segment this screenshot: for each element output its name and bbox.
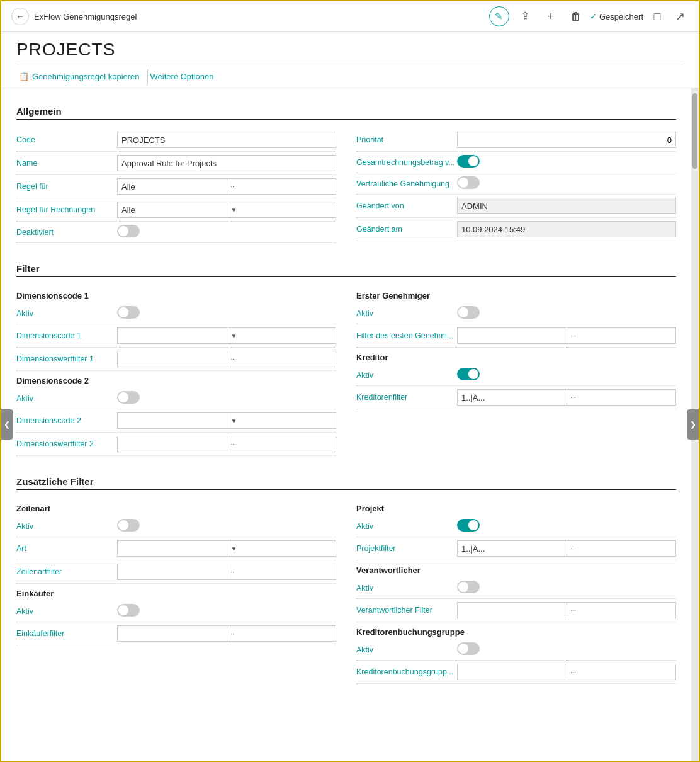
kredbuchgruppe-aktiv-toggle[interactable] xyxy=(457,642,480,655)
allgemein-form-grid: Code Name Regel für xyxy=(16,128,676,243)
name-input[interactable] xyxy=(117,155,336,171)
einkaeufer-filter-row: Einkäuferfilter ··· xyxy=(16,622,336,645)
zeilenart-filter-row: Zeilenartfilter ··· xyxy=(16,560,336,584)
kreditor-filter-row: Kreditorenfilter 1..|A... ··· xyxy=(356,386,676,409)
page-title-area: PROJECTS xyxy=(1,32,699,65)
geaendert-am-value-container xyxy=(457,221,676,237)
erster-gen-title: Erster Genehmiger xyxy=(356,286,676,303)
tab-copy-rule[interactable]: 📋 Genehmigungsregel kopieren xyxy=(16,69,148,84)
regel-fuer-dots[interactable]: ··· xyxy=(227,179,336,194)
vertrauliche-toggle[interactable] xyxy=(457,176,480,189)
geaendert-am-input xyxy=(457,221,676,237)
dim1-wertfilter-lookup[interactable]: ··· xyxy=(117,351,336,367)
edit-button[interactable]: ✎ xyxy=(489,6,509,26)
share-button[interactable]: ⇪ xyxy=(517,8,534,25)
saved-status: ✓ Gespeichert xyxy=(590,12,643,21)
zeilenart-aktiv-label: Aktiv xyxy=(16,522,117,531)
zeilenart-art-row: Art ▼ xyxy=(16,537,336,560)
filter-left: Dimensionscode 1 Aktiv Dimensionscode 1 xyxy=(16,286,336,456)
dropdown-arrow-icon: ▼ xyxy=(227,202,336,217)
verantwortlicher-title: Verantwortlicher xyxy=(356,560,676,577)
zeilenart-filter-label: Zeilenartfilter xyxy=(16,567,117,576)
einkaeufer-aktiv-label: Aktiv xyxy=(16,607,117,616)
prioritaet-row: Priorität xyxy=(356,128,676,152)
fullscreen-button[interactable]: □ xyxy=(648,8,666,25)
erster-gen-filter-dots-icon[interactable]: ··· xyxy=(567,328,676,343)
dim1-wertfilter-label: Dimensionswertfilter 1 xyxy=(16,355,117,363)
verantwortlicher-filter-row: Verantwortlicher Filter ··· xyxy=(356,599,676,622)
zeilenart-filter-dots-icon[interactable]: ··· xyxy=(227,564,336,579)
geaendert-von-value-container xyxy=(457,198,676,214)
deaktiviert-row: Deaktiviert xyxy=(16,222,336,243)
dim2-wertfilter-lookup[interactable]: ··· xyxy=(117,436,336,452)
regel-fuer-value-container: Alle ··· xyxy=(117,178,336,195)
verantwortlicher-aktiv-toggle[interactable] xyxy=(457,581,480,593)
dim2-dropdown-arrow-icon: ▼ xyxy=(227,413,336,428)
dim1-code-row: Dimensionscode 1 ▼ xyxy=(16,324,336,348)
dim2-wertfilter-dots-icon[interactable]: ··· xyxy=(227,436,336,452)
projekt-aktiv-toggle[interactable] xyxy=(457,519,480,532)
zeilenart-dropdown-arrow-icon: ▼ xyxy=(227,541,336,556)
kreditor-filter-dots-icon[interactable]: ··· xyxy=(567,390,676,405)
deaktiviert-toggle[interactable] xyxy=(117,225,140,237)
projekt-filter-lookup[interactable]: 1..|A... ··· xyxy=(457,540,676,557)
kreditorbuchungsgruppe-title: Kreditorenbuchungsgruppe xyxy=(356,622,676,639)
code-label: Code xyxy=(16,135,117,144)
zeilenart-filter-lookup[interactable]: ··· xyxy=(117,564,336,580)
verantwortlicher-filter-lookup[interactable]: ··· xyxy=(457,602,676,618)
kredbuchgruppe-filter-dots-icon[interactable]: ··· xyxy=(567,664,676,680)
kredbuchgruppe-filter-lookup[interactable]: ··· xyxy=(457,664,676,680)
allgemein-left: Code Name Regel für xyxy=(16,128,336,243)
top-bar: ← ExFlow Genehmigungsregel ✎ ⇪ + 🗑 ✓ Ges… xyxy=(1,1,699,32)
gesamtrechnungsbetrag-toggle[interactable] xyxy=(457,155,480,168)
collapse-button[interactable]: ↗ xyxy=(671,8,689,25)
dim1-code-select[interactable]: ▼ xyxy=(117,327,336,344)
name-value-container xyxy=(117,155,336,171)
dim1-wertfilter-dots-icon[interactable]: ··· xyxy=(227,351,336,367)
section-allgemein-title: Allgemein xyxy=(16,106,676,117)
einkaeufer-filter-dots-icon[interactable]: ··· xyxy=(227,626,336,641)
kreditor-aktiv-label: Aktiv xyxy=(356,371,457,380)
vertrauliche-toggle-container xyxy=(457,176,676,191)
verantwortlicher-aktiv-row: Aktiv xyxy=(356,577,676,599)
scroll-area[interactable]: Allgemein Code Name xyxy=(1,88,691,761)
regel-fuer-lookup[interactable]: Alle ··· xyxy=(117,178,336,195)
zeilenart-title: Zeilenart xyxy=(16,499,336,516)
zusaetzliche-form-grid: Zeilenart Aktiv Art xyxy=(16,499,676,684)
right-chevron-button[interactable]: ❯ xyxy=(687,409,699,440)
verantwortlicher-filter-dots-icon[interactable]: ··· xyxy=(567,603,676,618)
code-value-container xyxy=(117,132,336,148)
vertrauliche-label: Vertrauliche Genehmigung xyxy=(356,179,457,188)
left-chevron-button[interactable]: ❮ xyxy=(1,409,13,440)
add-button[interactable]: + xyxy=(542,8,560,25)
regel-fuer-rechnungen-select[interactable]: Alle ▼ xyxy=(117,202,336,218)
kreditor-filter-lookup[interactable]: 1..|A... ··· xyxy=(457,389,676,406)
kreditor-title: Kreditor xyxy=(356,348,676,365)
einkaeufer-filter-lookup[interactable]: ··· xyxy=(117,625,336,642)
back-button[interactable]: ← xyxy=(11,8,29,25)
prioritaet-input[interactable] xyxy=(457,132,676,148)
main-content: Allgemein Code Name xyxy=(1,88,699,761)
dim2-aktiv-toggle[interactable] xyxy=(117,391,140,404)
regel-fuer-rechnungen-label: Regel für Rechnungen xyxy=(16,205,117,214)
projekt-filter-dots-icon[interactable]: ··· xyxy=(567,541,676,556)
scrollbar-thumb[interactable] xyxy=(692,93,697,169)
erster-gen-filter-lookup[interactable]: ··· xyxy=(457,327,676,344)
code-input[interactable] xyxy=(117,132,336,148)
geaendert-am-row: Geändert am xyxy=(356,218,676,241)
geaendert-von-row: Geändert von xyxy=(356,195,676,218)
zeilenart-art-select[interactable]: ▼ xyxy=(117,540,336,557)
zusaetzliche-right: Projekt Aktiv Projektfilter xyxy=(356,499,676,684)
zeilenart-aktiv-toggle[interactable] xyxy=(117,519,140,532)
projekt-aktiv-label: Aktiv xyxy=(356,522,457,531)
erster-gen-aktiv-toggle[interactable] xyxy=(457,306,480,319)
einkaeufer-aktiv-toggle[interactable] xyxy=(117,604,140,617)
erster-gen-filter-row: Filter des ersten Genehmi... ··· xyxy=(356,324,676,348)
tab-more-options[interactable]: Weitere Optionen xyxy=(148,69,222,84)
erster-gen-aktiv-label: Aktiv xyxy=(356,309,457,318)
dim2-wertfilter-label: Dimensionswertfilter 2 xyxy=(16,440,117,448)
dim2-code-select[interactable]: ▼ xyxy=(117,412,336,429)
delete-button[interactable]: 🗑 xyxy=(567,8,585,25)
dim1-aktiv-toggle[interactable] xyxy=(117,306,140,319)
kreditor-aktiv-toggle[interactable] xyxy=(457,368,480,380)
